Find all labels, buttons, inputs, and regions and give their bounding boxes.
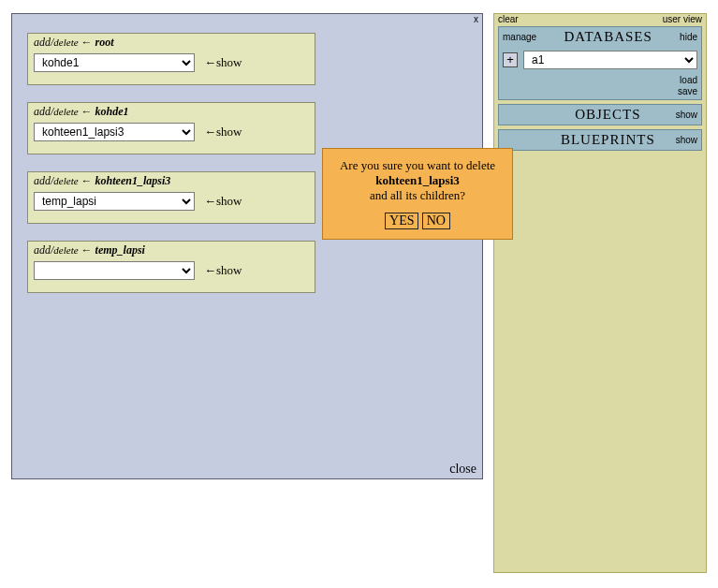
database-select[interactable]: a1 <box>523 51 697 69</box>
sidebar: clear user view manage DATABASES hide + … <box>493 13 707 573</box>
no-button[interactable]: NO <box>422 213 450 229</box>
yes-button[interactable]: YES <box>385 213 418 229</box>
node-name: root <box>95 36 114 49</box>
blueprints-title: BLUEPRINTS <box>540 132 676 148</box>
dialog-line2: and all its children? <box>329 188 506 203</box>
confirm-delete-dialog: Are you sure you want to delete kohteen1… <box>322 148 513 240</box>
objects-title: OBJECTS <box>540 107 676 123</box>
add-link[interactable]: add <box>34 174 51 187</box>
add-link[interactable]: add <box>34 36 51 49</box>
child-select[interactable]: kohde1 <box>34 53 195 72</box>
blueprints-section: BLUEPRINTS show <box>498 129 702 151</box>
child-select[interactable]: kohteen1_lapsi3 <box>34 123 195 141</box>
add-link[interactable]: add <box>34 105 51 118</box>
arrow-left-icon: ← <box>81 243 93 257</box>
delete-link[interactable]: delete <box>53 106 78 117</box>
databases-title: DATABASES <box>536 29 680 45</box>
show-link[interactable]: ←show <box>204 55 242 70</box>
show-link[interactable]: ←show <box>204 263 242 278</box>
panel-x-close[interactable]: x <box>474 14 478 24</box>
add-link[interactable]: add <box>34 243 51 257</box>
child-select[interactable]: temp_lapsi <box>34 192 195 211</box>
objects-show-link[interactable]: show <box>676 110 697 120</box>
delete-link[interactable]: delete <box>53 37 78 48</box>
node-name: kohde1 <box>95 105 129 118</box>
userview-link[interactable]: user view <box>663 14 702 24</box>
node-name: kohteen1_lapsi3 <box>95 174 171 187</box>
node-card-root: add/delete ← root kohde1 ←show <box>27 33 315 85</box>
load-link[interactable]: load <box>680 75 697 86</box>
delete-link[interactable]: delete <box>53 244 78 256</box>
child-select[interactable] <box>34 261 195 280</box>
panel-close-link[interactable]: close <box>449 462 476 477</box>
node-card-temp_lapsi: add/delete ← temp_lapsi ←show <box>27 241 315 293</box>
blueprints-show-link[interactable]: show <box>676 135 697 145</box>
delete-link[interactable]: delete <box>53 175 78 186</box>
objects-section: OBJECTS show <box>498 104 702 125</box>
show-link[interactable]: ←show <box>204 125 242 140</box>
show-link[interactable]: ←show <box>204 194 242 209</box>
node-card-kohde1: add/delete ← kohde1 kohteen1_lapsi3 ←sho… <box>27 102 315 154</box>
hide-link[interactable]: hide <box>680 32 697 42</box>
node-card-kohteen1_lapsi3: add/delete ← kohteen1_lapsi3 temp_lapsi … <box>27 171 315 224</box>
arrow-left-icon: ← <box>81 105 93 118</box>
tree-navigator-panel: x add/delete ← root kohde1 ←show add/del… <box>11 13 483 479</box>
arrow-left-icon: ← <box>81 36 93 49</box>
add-database-button[interactable]: + <box>503 52 518 67</box>
dialog-target: kohteen1_lapsi3 <box>329 173 506 188</box>
clear-link[interactable]: clear <box>498 14 519 24</box>
node-name: temp_lapsi <box>95 243 145 257</box>
arrow-left-icon: ← <box>81 174 93 187</box>
save-link[interactable]: save <box>678 86 697 97</box>
dialog-line1: Are you sure you want to delete <box>329 158 506 173</box>
manage-link[interactable]: manage <box>503 32 536 42</box>
databases-section: manage DATABASES hide + a1 load save <box>498 26 702 100</box>
